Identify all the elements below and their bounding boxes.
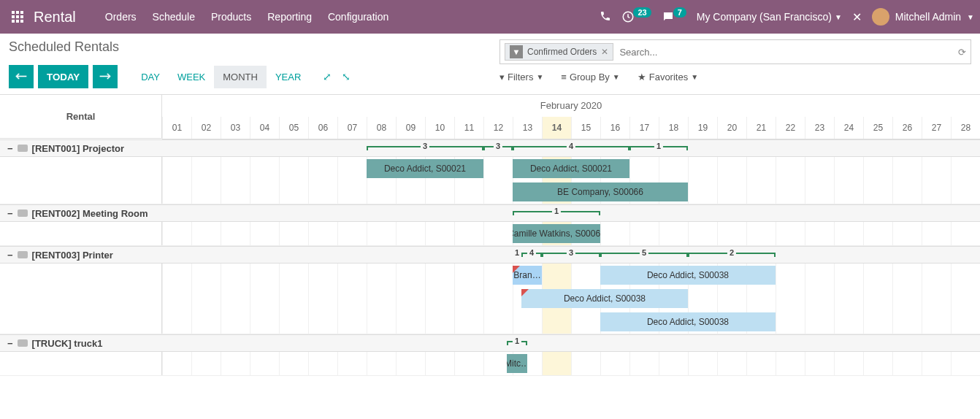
day-cell[interactable]: 16 <box>600 117 629 139</box>
collapse-icon[interactable]: − <box>7 338 13 349</box>
day-cell[interactable]: 25 <box>863 117 892 139</box>
day-cell[interactable]: 19 <box>688 117 717 139</box>
day-cell[interactable]: 18 <box>659 117 688 139</box>
svg-rect-2 <box>20 11 23 14</box>
day-cell[interactable]: 05 <box>279 117 308 139</box>
svg-rect-8 <box>20 20 23 23</box>
month-label: February 2020 <box>162 95 980 117</box>
phone-icon[interactable] <box>600 10 611 24</box>
collapse-icon[interactable]: − <box>7 143 13 154</box>
collapse-icon[interactable]: ⤡ <box>342 71 351 82</box>
messages-button[interactable]: 7 <box>662 10 686 23</box>
menu-products[interactable]: Products <box>211 11 251 23</box>
day-cell[interactable]: 01 <box>162 117 191 139</box>
search-input[interactable] <box>613 47 958 58</box>
chevron-down-icon: ▼ <box>967 13 974 21</box>
gantt-bar[interactable]: Deco Addict, S00038 <box>521 289 688 308</box>
day-cell[interactable]: 09 <box>396 117 425 139</box>
day-cell[interactable]: 28 <box>951 117 980 139</box>
menu-orders[interactable]: Orders <box>105 11 137 23</box>
day-cell[interactable]: 13 <box>513 117 542 139</box>
day-cell[interactable]: 14 <box>542 117 571 139</box>
gantt-bar[interactable]: Deco Addict, S00038 <box>600 266 776 285</box>
day-cell[interactable]: 08 <box>367 117 396 139</box>
gantt-bar[interactable]: Deco Addict, S00021 <box>367 159 483 178</box>
summary-count: 1 <box>513 337 521 345</box>
menu-configuration[interactable]: Configuration <box>328 11 388 23</box>
menu-reporting[interactable]: Reporting <box>267 11 312 23</box>
day-cell[interactable]: 04 <box>250 117 279 139</box>
range-day[interactable]: DAY <box>132 66 169 88</box>
menu-schedule[interactable]: Schedule <box>153 11 195 23</box>
resource-header[interactable]: −[RENT002] Meeting Room1 <box>0 204 980 222</box>
remove-chip-button[interactable]: ✕ <box>601 47 608 57</box>
range-week[interactable]: WEEK <box>169 66 214 88</box>
day-cell[interactable]: 21 <box>746 117 776 139</box>
company-switcher[interactable]: My Company (San Francisco) ▼ <box>697 11 842 23</box>
day-cell[interactable]: 12 <box>483 117 513 139</box>
days-row: 0102030405060708091011121314151617181920… <box>162 117 980 139</box>
gantt-bar[interactable]: Deco Addict, S00021 <box>513 159 629 178</box>
day-cell[interactable]: 26 <box>892 117 922 139</box>
user-menu[interactable]: Mitchell Admin ▼ <box>872 8 974 26</box>
range-year[interactable]: YEAR <box>267 66 310 88</box>
collapse-icon[interactable]: − <box>7 250 13 261</box>
activities-count: 23 <box>633 7 651 18</box>
groupby-menu[interactable]: ≡ Group By ▼ <box>561 72 619 82</box>
resource-name: [RENT002] Meeting Room <box>32 208 148 219</box>
day-cell[interactable]: 02 <box>191 117 221 139</box>
day-cell[interactable]: 17 <box>629 117 659 139</box>
day-cell[interactable]: 27 <box>922 117 951 139</box>
day-cell[interactable]: 11 <box>454 117 483 139</box>
control-bar: Scheduled Rentals 🡐 TODAY 🡒 DAY WEEK MON… <box>0 34 980 88</box>
warning-icon <box>521 289 529 296</box>
day-cell[interactable]: 23 <box>805 117 834 139</box>
gantt-bar[interactable]: Deco Addict, S00038 <box>600 312 776 331</box>
gantt-bar[interactable]: Mitc… <box>507 354 527 373</box>
filter-chip: ▼ Confirmed Orders ✕ <box>505 43 613 61</box>
collapse-icon[interactable]: − <box>7 208 13 219</box>
day-cell[interactable]: 06 <box>308 117 337 139</box>
summary-count: 4 <box>527 248 536 257</box>
today-button[interactable]: TODAY <box>38 65 88 88</box>
day-cell[interactable]: 10 <box>425 117 454 139</box>
company-label: My Company (San Francisco) <box>697 11 832 23</box>
day-cell[interactable]: 15 <box>571 117 600 139</box>
messages-count: 7 <box>673 7 686 18</box>
gantt-side-header: Rental <box>0 95 162 139</box>
prev-button[interactable]: 🡐 <box>9 65 34 88</box>
summary-count: 4 <box>567 142 575 150</box>
resource-header[interactable]: −[RENT003] Printer14352 <box>0 246 980 264</box>
reload-icon[interactable]: ⟳ <box>958 47 966 58</box>
next-button[interactable]: 🡒 <box>93 65 118 88</box>
resource-name: [TRUCK] truck1 <box>32 338 103 349</box>
expand-icon[interactable]: ⤢ <box>323 71 332 82</box>
day-cell[interactable]: 22 <box>776 117 805 139</box>
summary-count: 1 <box>513 248 521 257</box>
gantt-bar[interactable]: Bran… <box>513 266 542 285</box>
apps-icon[interactable] <box>9 8 26 26</box>
summary-count: 1 <box>654 142 663 150</box>
topbar: Rental Orders Schedule Products Reportin… <box>0 0 980 34</box>
day-cell[interactable]: 24 <box>834 117 863 139</box>
search-box[interactable]: ▼ Confirmed Orders ✕ ⟳ <box>499 39 971 64</box>
favorites-menu[interactable]: ★ Favorites ▼ <box>638 72 698 82</box>
summary-count: 2 <box>727 248 736 257</box>
day-cell[interactable]: 03 <box>221 117 250 139</box>
gantt-bar[interactable]: BE Company, S00066 <box>513 182 688 201</box>
day-cell[interactable]: 07 <box>337 117 367 139</box>
filters-menu[interactable]: ▾ Filters ▼ <box>499 72 543 82</box>
resource-header[interactable]: −[RENT001] Projector3341 <box>0 139 980 157</box>
activities-button[interactable]: 23 <box>621 10 651 23</box>
app-brand[interactable]: Rental <box>34 9 76 26</box>
summary-count: 3 <box>567 248 575 257</box>
filter-bar: ▾ Filters ▼ ≡ Group By ▼ ★ Favorites ▼ <box>499 72 971 82</box>
range-month[interactable]: MONTH <box>214 66 267 88</box>
gantt-bar[interactable]: Camille Watkins, S00064 <box>513 224 600 243</box>
resource-header[interactable]: −[TRUCK] truck11 <box>0 334 980 352</box>
product-icon <box>18 210 28 217</box>
user-name: Mitchell Admin <box>895 11 961 23</box>
day-cell[interactable]: 20 <box>717 117 746 139</box>
warning-icon <box>513 266 520 273</box>
close-icon[interactable]: ✕ <box>852 10 862 24</box>
